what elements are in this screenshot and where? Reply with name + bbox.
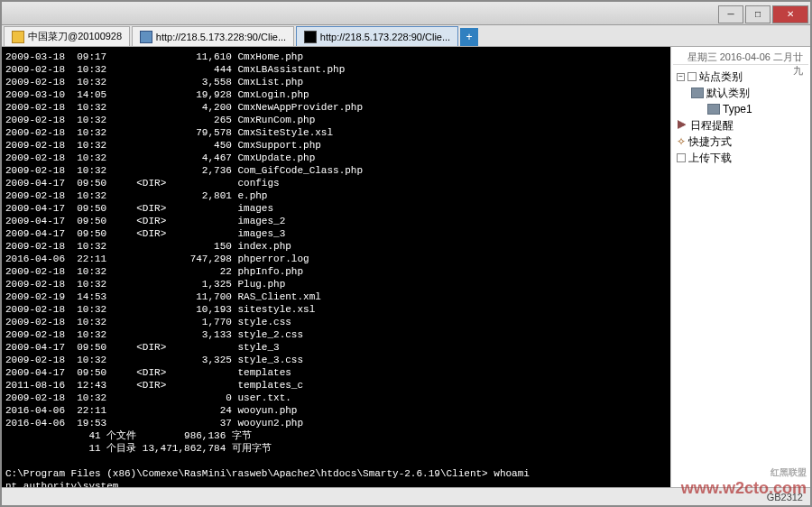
close-button[interactable]: ✕ — [772, 5, 808, 23]
tab-http-2[interactable]: http://218.5.173.228:90/Clie... — [296, 26, 458, 46]
tree-label: 上传下载 — [688, 151, 732, 166]
tree-label: 日程提醒 — [690, 118, 734, 134]
status-bar: GB2312 — [2, 487, 810, 505]
terminal-file-list: 2009-03-18 09:17 11,610 CmxHome.php 2009… — [5, 51, 667, 429]
terminal-summary-1: 41 个文件 986,136 字节 — [5, 429, 667, 442]
tab-http-1[interactable]: http://218.5.173.228:90/Clie... — [132, 26, 294, 46]
main-area: 2009-03-18 09:17 11,610 CmxHome.php 2009… — [2, 47, 810, 487]
folder-icon — [691, 88, 704, 98]
folder-icon — [12, 31, 24, 43]
arrow-icon: ⯈ — [677, 119, 687, 132]
tree-item-upload[interactable]: 上传下载 — [675, 150, 807, 166]
terminal[interactable]: 2009-03-18 09:17 11,610 CmxHome.php 2009… — [2, 47, 670, 487]
tree: − 站点类别 默认类别 Type1 ⯈ 日程提醒 ✧ — [673, 65, 808, 170]
maximize-button[interactable]: □ — [745, 5, 770, 23]
encoding-label: GB2312 — [767, 492, 803, 502]
tree-item-type1[interactable]: Type1 — [675, 101, 807, 117]
terminal-summary-2: 11 个目录 13,471,862,784 可用字节 — [5, 442, 667, 455]
tree-label: 快捷方式 — [688, 134, 732, 150]
folder-icon — [707, 104, 720, 115]
tab-label: http://218.5.173.228:90/Clie... — [320, 32, 450, 42]
tree-label: Type1 — [723, 103, 752, 115]
folder-icon — [140, 31, 152, 43]
tree-item-default[interactable]: 默认类别 — [675, 85, 807, 101]
tree-collapse-icon[interactable]: − — [677, 73, 685, 81]
tabs-bar: 中国菜刀@20100928 http://218.5.173.228:90/Cl… — [2, 25, 810, 47]
window-controls: ─ □ ✕ — [718, 4, 810, 23]
titlebar: ─ □ ✕ — [2, 2, 810, 25]
tree-root[interactable]: − 站点类别 — [675, 69, 807, 85]
tab-label: http://218.5.173.228:90/Clie... — [156, 32, 286, 42]
tree-item-schedule[interactable]: ⯈ 日程提醒 — [675, 117, 807, 134]
terminal-result-1: nt authority\system — [5, 480, 667, 487]
tree-item-shortcut[interactable]: ✧ 快捷方式 — [675, 134, 807, 150]
bulb-icon: ✧ — [677, 135, 686, 148]
tab-label: 中国菜刀@20100928 — [28, 30, 122, 43]
sidebar: 星期三 2016-04-06 二月廿九 − 站点类别 默认类别 Type1 ⯈ — [670, 47, 810, 487]
terminal-blank — [5, 455, 667, 467]
terminal-prompt-1: C:\Program Files (x86)\Comexe\RasMini\ra… — [5, 467, 667, 480]
minimize-button[interactable]: ─ — [718, 5, 743, 23]
date-bar: 星期三 2016-04-06 二月廿九 — [673, 49, 808, 65]
checkbox-icon[interactable] — [687, 72, 697, 81]
box-icon — [677, 153, 686, 162]
cmd-icon — [304, 31, 317, 43]
add-tab-button[interactable]: + — [460, 28, 478, 46]
tab-main[interactable]: 中国菜刀@20100928 — [4, 26, 130, 46]
tree-label: 站点类别 — [699, 69, 743, 85]
app-window: ─ □ ✕ 中国菜刀@20100928 http://218.5.173.228… — [0, 0, 812, 507]
tree-label: 默认类别 — [706, 86, 750, 101]
